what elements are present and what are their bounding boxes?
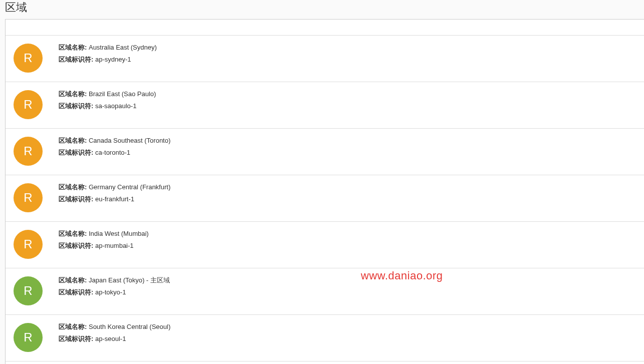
region-name-value: South Korea Central (Seoul) [89,323,170,330]
region-info: 区域名称: Japan East (Tokyo) - 主区域 区域标识符: ap… [59,274,636,299]
region-id-value: ca-toronto-1 [95,149,130,156]
region-avatar-icon: R [14,230,43,259]
region-id-label: 区域标识符: [59,335,93,342]
region-item[interactable]: R 区域名称: Germany Central (Frankfurt) 区域标识… [6,175,644,222]
region-id-label: 区域标识符: [59,102,93,110]
region-id-value: ap-mumbai-1 [95,242,134,249]
region-avatar-icon: R [14,90,43,119]
region-id-value: eu-frankfurt-1 [95,195,134,203]
region-name-value: Brazil East (Sao Paulo) [89,90,156,98]
region-item[interactable]: R 区域名称: Switzerland North (Zurich) 区域标识符… [6,361,644,364]
region-item[interactable]: R 区域名称: Australia East (Sydney) 区域标识符: a… [6,36,644,82]
region-avatar-icon: R [14,276,43,305]
region-info: 区域名称: Canada Southeast (Toronto) 区域标识符: … [59,135,636,160]
region-name-label: 区域名称: [59,90,87,98]
region-avatar-icon: R [14,183,43,212]
region-id-label: 区域标识符: [59,288,93,296]
region-item[interactable]: R 区域名称: Canada Southeast (Toronto) 区域标识符… [6,129,644,175]
region-name-label: 区域名称: [59,183,87,191]
region-avatar-icon: R [14,137,43,166]
region-list-header [6,20,644,36]
region-name-value: India West (Mumbai) [89,230,149,237]
region-id-value: ap-seoul-1 [95,335,126,342]
region-name-value: Japan East (Tokyo) - 主区域 [89,276,170,284]
region-id-value: ap-sydney-1 [95,56,131,63]
region-list-container: R 区域名称: Australia East (Sydney) 区域标识符: a… [5,19,644,364]
region-item[interactable]: R 区域名称: Brazil East (Sao Paulo) 区域标识符: s… [6,82,644,129]
region-info: 区域名称: Brazil East (Sao Paulo) 区域标识符: sa-… [59,88,636,113]
region-name-label: 区域名称: [59,44,87,51]
region-id-label: 区域标识符: [59,242,93,249]
region-id-label: 区域标识符: [59,195,93,203]
region-item[interactable]: R 区域名称: Japan East (Tokyo) - 主区域 区域标识符: … [6,268,644,315]
region-id-value: sa-saopaulo-1 [95,102,136,110]
region-id-label: 区域标识符: [59,149,93,156]
region-info: 区域名称: Australia East (Sydney) 区域标识符: ap-… [59,42,636,67]
region-name-label: 区域名称: [59,323,87,330]
region-name-label: 区域名称: [59,230,87,237]
region-name-label: 区域名称: [59,137,87,144]
region-id-label: 区域标识符: [59,56,93,63]
region-info: 区域名称: South Korea Central (Seoul) 区域标识符:… [59,321,636,346]
region-name-value: Germany Central (Frankfurt) [89,183,170,191]
region-name-label: 区域名称: [59,276,87,284]
region-id-value: ap-tokyo-1 [95,288,126,296]
region-info: 区域名称: India West (Mumbai) 区域标识符: ap-mumb… [59,228,636,253]
region-item[interactable]: R 区域名称: South Korea Central (Seoul) 区域标识… [6,315,644,361]
page-title: 区域 [0,0,644,19]
region-avatar-icon: R [14,323,43,352]
region-item[interactable]: R 区域名称: India West (Mumbai) 区域标识符: ap-mu… [6,222,644,268]
region-name-value: Australia East (Sydney) [89,44,157,51]
region-name-value: Canada Southeast (Toronto) [89,137,170,144]
region-avatar-icon: R [14,44,43,73]
region-info: 区域名称: Germany Central (Frankfurt) 区域标识符:… [59,181,636,206]
